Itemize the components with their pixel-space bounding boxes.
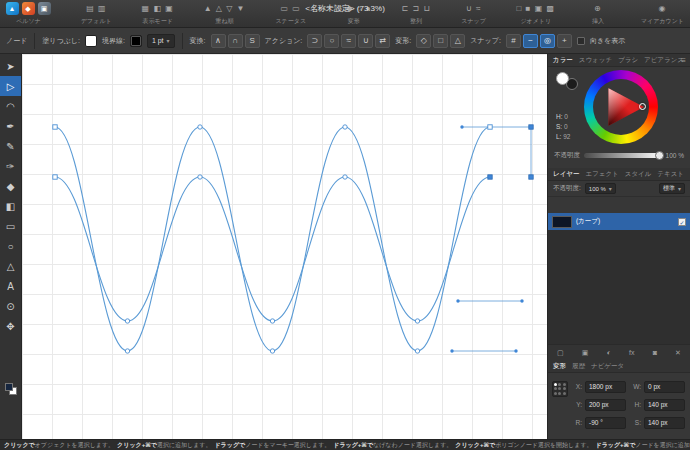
studio-tab[interactable]: テキスト (657, 170, 684, 179)
curve-endpoint-node[interactable] (488, 125, 492, 129)
studio-tab[interactable]: 変形 (553, 362, 566, 371)
view-tool[interactable]: ✥ (0, 316, 21, 336)
studio-tab[interactable]: スウォッチ (579, 56, 612, 65)
panel-menu-icon[interactable]: ≡ (681, 56, 686, 65)
ellipse-tool[interactable]: ○ (0, 236, 21, 256)
studio-tab[interactable]: カラー (553, 56, 573, 65)
layer-thumbnail[interactable] (552, 216, 572, 228)
toolbar-group[interactable]: □ ■ ▣ ▩ ジオメトリ (517, 2, 555, 26)
studio-tab[interactable]: ブラシ (618, 56, 638, 65)
shape-tool[interactable]: △ (0, 256, 21, 276)
reverse-curves-button[interactable]: ⇄ (375, 34, 390, 48)
color-wheel[interactable] (584, 70, 658, 144)
snap-node-button[interactable]: ◎ (540, 34, 555, 48)
convert-smooth-node-button[interactable]: ∩ (228, 34, 243, 48)
vector-brush-tool[interactable]: ✑ (0, 156, 21, 176)
selected-node[interactable] (488, 175, 492, 179)
transform-field-input[interactable]: 0 px (644, 381, 685, 393)
curve-endpoint-node[interactable] (53, 175, 57, 179)
effects-icon[interactable]: fx (629, 349, 634, 356)
box-mode-button[interactable]: □ (433, 34, 448, 48)
break-curve-button[interactable]: ⊃ (307, 34, 322, 48)
snap-curve-button[interactable]: ~ (523, 34, 538, 48)
toolbar-group-icons[interactable]: ▤ ▥ (86, 2, 106, 15)
transform-field-input[interactable]: 140 px (644, 417, 685, 429)
convert-sharp-node-button[interactable]: ∧ (211, 34, 226, 48)
fill-tool[interactable]: ◆ (0, 176, 21, 196)
curve-node[interactable] (125, 349, 129, 353)
fill-stroke-selector[interactable] (556, 72, 580, 90)
adjustment-icon[interactable]: ◐ (607, 349, 611, 356)
layers-list[interactable]: (カーブ) ✓ (548, 213, 690, 344)
handle-control-point[interactable] (514, 349, 517, 352)
layer-visibility-checkbox[interactable]: ✓ (678, 218, 686, 226)
blend-mode-dropdown[interactable]: 標準 ▾ (659, 183, 685, 194)
curve-node[interactable] (125, 319, 129, 323)
curve-node[interactable] (270, 349, 274, 353)
transparency-tool[interactable]: ◧ (0, 196, 21, 216)
curve-node[interactable] (198, 125, 202, 129)
designer-persona-icon[interactable]: ▲ (6, 2, 19, 15)
rectangle-tool[interactable]: ▭ (0, 216, 21, 236)
studio-tab[interactable]: 履歴 (572, 362, 585, 371)
document-canvas[interactable] (22, 54, 547, 439)
convert-smart-node-button[interactable]: S (245, 34, 260, 48)
curve-endpoint-node[interactable] (53, 125, 57, 129)
toolbar-group[interactable]: ▲ △ ▽ ▼ 重ね順 (204, 2, 246, 26)
curve-node[interactable] (343, 125, 347, 129)
toolbar-group-icons[interactable]: ∪ ≈ (466, 2, 481, 15)
opacity-slider[interactable] (584, 153, 662, 158)
studio-tab[interactable]: レイヤー (553, 170, 579, 179)
fill-color-circle[interactable] (556, 72, 569, 85)
mask-icon[interactable]: ◙ (653, 349, 657, 356)
transform-field-input[interactable]: 1800 px (585, 381, 626, 393)
text-tool[interactable]: A (0, 276, 21, 296)
opacity-slider-knob[interactable] (655, 151, 664, 160)
transform-field-input[interactable]: -90 ° (585, 417, 626, 429)
shear-mode-button[interactable]: △ (450, 34, 465, 48)
curve-node[interactable] (415, 319, 419, 323)
anchor-point-selector[interactable] (552, 381, 568, 397)
zoom-tool[interactable]: ⊙ (0, 296, 21, 316)
toolbar-group[interactable]: ⊕ 挿入 (585, 2, 611, 26)
snap-align-button[interactable]: + (557, 34, 572, 48)
move-tool[interactable]: ➤ (0, 56, 21, 76)
handle-control-point[interactable] (520, 299, 523, 302)
toolbar-group[interactable]: ▦ ◧ ▣ 表示モード (142, 2, 174, 26)
toolbar-group-icons[interactable]: ▲ △ ▽ ▼ (204, 2, 246, 15)
toolbar-group[interactable]: ∪ ≈ スナップ (461, 2, 487, 26)
toolbar-group-icons[interactable]: ⊏ ⊐ ⊔ (402, 2, 431, 15)
studio-tab[interactable]: アピアランス (644, 56, 684, 65)
sine-curve-inner[interactable] (55, 177, 490, 321)
toolbar-group[interactable]: ◉ マイアカウント (641, 2, 684, 26)
fill-swatch[interactable] (85, 35, 97, 47)
handle-control-point[interactable] (456, 299, 459, 302)
selected-node[interactable] (529, 125, 533, 129)
toolbar-group[interactable]: ▭ ▭ ステータス (275, 2, 306, 26)
export-persona-icon[interactable]: ▣ (38, 2, 51, 15)
toolbar-group[interactable]: ▤ ▥ デフォルト (81, 2, 112, 26)
selected-node[interactable] (529, 175, 533, 179)
curve-node[interactable] (270, 319, 274, 323)
corner-tool[interactable]: ◠ (0, 96, 21, 116)
fill-swatch-small[interactable] (5, 383, 13, 391)
stroke-swatch[interactable] (130, 35, 142, 47)
transform-mode-button[interactable]: ◇ (416, 34, 431, 48)
layer-name[interactable]: (カーブ) (576, 217, 674, 226)
smooth-curve-button[interactable]: ≈ (341, 34, 356, 48)
snap-grid-button[interactable]: # (506, 34, 521, 48)
handle-control-point[interactable] (460, 125, 463, 128)
curve-node[interactable] (198, 175, 202, 179)
pixel-persona-icon[interactable]: ◆ (22, 2, 35, 15)
handle-control-point[interactable] (450, 349, 453, 352)
curve-node[interactable] (343, 175, 347, 179)
toolbar-group-icons[interactable]: □ ■ ▣ ▩ (517, 2, 555, 15)
show-orientation-checkbox[interactable] (577, 37, 585, 45)
layer-row[interactable]: (カーブ) ✓ (548, 213, 690, 230)
toolbar-group-icons[interactable]: ⊕ (594, 2, 602, 15)
studio-tab[interactable]: ナビゲータ (591, 362, 624, 371)
studio-tab[interactable]: エフェクト (585, 170, 618, 179)
stroke-width-field[interactable]: 1 pt ▾ (147, 34, 175, 48)
pen-tool[interactable]: ✒ (0, 116, 21, 136)
toolbar-group[interactable]: ⊏ ⊐ ⊔ 整列 (402, 2, 431, 26)
